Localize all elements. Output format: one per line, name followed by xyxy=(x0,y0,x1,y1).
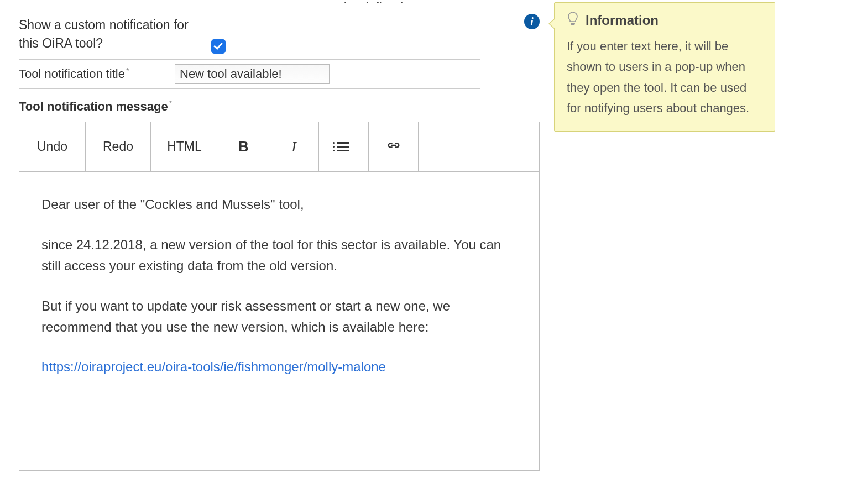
notification-title-label: Tool notification title* xyxy=(19,66,175,81)
tooltip-title: Information xyxy=(586,13,659,28)
svg-rect-1 xyxy=(571,24,575,25)
editor-link[interactable]: https://oiraproject.eu/oira-tools/ie/fis… xyxy=(41,359,386,374)
field-show-custom-notification: Show a custom notification for this OiRA… xyxy=(19,7,542,59)
bullet-list-button[interactable] xyxy=(319,122,369,171)
link-icon xyxy=(386,139,401,154)
rich-text-editor: Undo Redo HTML B I xyxy=(19,122,540,471)
field-notification-message: Tool notification message* xyxy=(19,89,542,117)
notification-title-input[interactable] xyxy=(175,64,330,84)
form-area: can be defined. Show a custom notificati… xyxy=(0,0,542,471)
italic-button[interactable]: I xyxy=(269,122,319,171)
editor-paragraph: since 24.12.2018, a new version of the t… xyxy=(41,234,519,277)
svg-rect-0 xyxy=(571,23,575,24)
list-icon xyxy=(337,140,351,154)
notification-message-editor[interactable]: Dear user of the "Cockles and Mussels" t… xyxy=(19,172,539,470)
divider-vertical xyxy=(602,138,602,503)
bold-button[interactable]: B xyxy=(218,122,269,171)
editor-paragraph: But if you want to update your risk asse… xyxy=(41,296,519,338)
notification-message-label: Tool notification message xyxy=(19,99,168,113)
lightbulb-icon xyxy=(567,12,579,29)
undo-button[interactable]: Undo xyxy=(19,122,86,171)
html-source-button[interactable]: HTML xyxy=(151,122,218,171)
info-icon[interactable]: i xyxy=(524,14,540,29)
editor-paragraph: Dear user of the "Cockles and Mussels" t… xyxy=(41,194,519,215)
redo-button[interactable]: Redo xyxy=(86,122,151,171)
editor-paragraph: https://oiraproject.eu/oira-tools/ie/fis… xyxy=(41,356,519,377)
tooltip-body: If you enter text here, it will be shown… xyxy=(567,36,762,119)
required-marker: * xyxy=(169,99,172,108)
editor-toolbar: Undo Redo HTML B I xyxy=(19,122,539,172)
field-notification-title: Tool notification title* xyxy=(19,59,480,89)
previous-field-fragment: can be defined. xyxy=(19,0,542,3)
show-custom-notification-label: Show a custom notification for this OiRA… xyxy=(19,16,201,53)
insert-link-button[interactable] xyxy=(369,122,419,171)
required-marker: * xyxy=(126,66,129,75)
show-custom-notification-checkbox[interactable] xyxy=(211,39,226,54)
info-tooltip: Information If you enter text here, it w… xyxy=(554,2,775,132)
